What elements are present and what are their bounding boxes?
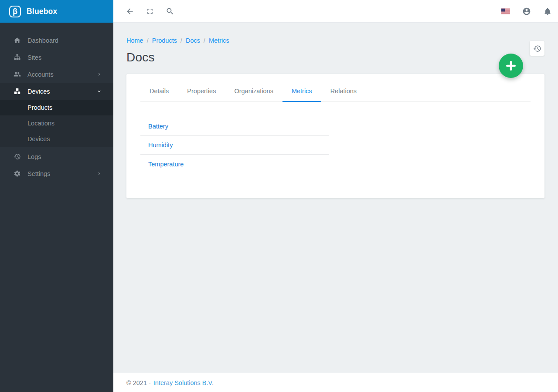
list-item: Humidity — [140, 136, 329, 155]
language-button[interactable] — [501, 7, 510, 16]
breadcrumb-separator: / — [180, 37, 182, 44]
sidebar-item-label: Devices — [27, 88, 96, 95]
sidebar-item-label: Logs — [27, 153, 102, 160]
metrics-list: Battery Humidity Temperature — [140, 117, 329, 173]
sidebar-subitem-devices[interactable]: Devices — [0, 131, 113, 147]
sidebar-item-accounts[interactable]: Accounts — [0, 66, 113, 83]
account-button[interactable] — [522, 7, 531, 16]
tab-properties[interactable]: Properties — [178, 88, 225, 102]
fullscreen-icon — [146, 7, 154, 16]
sitemap-icon — [13, 54, 21, 61]
tab-organizations[interactable]: Organizations — [225, 88, 282, 102]
history-button[interactable] — [530, 41, 544, 56]
search-button[interactable] — [166, 7, 174, 16]
plus-icon — [504, 59, 517, 72]
topbar — [113, 0, 558, 23]
sidebar-subitem-locations[interactable]: Locations — [0, 115, 113, 131]
tab-relations[interactable]: Relations — [321, 88, 366, 102]
breadcrumb-link-home[interactable]: Home — [126, 37, 143, 44]
tab-details[interactable]: Details — [140, 88, 178, 102]
sidebar-item-sites[interactable]: Sites — [0, 49, 113, 66]
list-item: Temperature — [140, 155, 329, 173]
history-icon — [13, 153, 21, 161]
breadcrumb-separator: / — [147, 37, 149, 44]
main-content: Home / Products / Docs / Metrics Docs De… — [113, 23, 558, 373]
chevron-right-icon — [96, 171, 102, 176]
sidebar-item-logs[interactable]: Logs — [0, 148, 113, 165]
tab-bar: Details Properties Organizations Metrics… — [140, 74, 531, 102]
breadcrumb-link-products[interactable]: Products — [152, 37, 177, 44]
breadcrumb: Home / Products / Docs / Metrics — [126, 37, 229, 44]
breadcrumb-link-docs[interactable]: Docs — [186, 37, 200, 44]
metric-link-humidity[interactable]: Humidity — [148, 142, 173, 149]
gear-icon — [13, 170, 21, 178]
chevron-right-icon — [96, 71, 102, 77]
sidebar-subitem-label: Locations — [27, 120, 54, 127]
list-item: Battery — [140, 117, 329, 136]
docs-card: Details Properties Organizations Metrics… — [126, 74, 544, 198]
copyright-text: © 2021 - — [126, 379, 151, 386]
sidebar-item-label: Dashboard — [27, 37, 102, 44]
sidebar-item-label: Sites — [27, 54, 102, 61]
back-arrow-icon — [126, 7, 134, 16]
sidebar-item-dashboard[interactable]: Dashboard — [0, 32, 113, 49]
back-button[interactable] — [126, 7, 134, 16]
brand-name: Bluebox — [27, 7, 57, 16]
breadcrumb-link-metrics[interactable]: Metrics — [209, 37, 229, 44]
fullscreen-button[interactable] — [146, 7, 154, 16]
sidebar-item-settings[interactable]: Settings — [0, 165, 113, 182]
footer: © 2021 - Interay Solutions B.V. — [113, 373, 558, 392]
sidebar-item-label: Settings — [27, 170, 96, 177]
sidebar-group-devices: Devices Products Locations Devices — [0, 83, 113, 147]
user-avatar-icon — [522, 7, 531, 16]
sidebar: β Bluebox Dashboard Sites — [0, 0, 113, 392]
sidebar-subitem-label: Products — [27, 104, 52, 111]
metric-link-temperature[interactable]: Temperature — [148, 161, 184, 168]
chevron-down-icon — [96, 88, 102, 94]
page-title: Docs — [126, 51, 155, 64]
metric-link-battery[interactable]: Battery — [148, 123, 168, 130]
tab-metrics[interactable]: Metrics — [282, 88, 321, 102]
sidebar-subitem-label: Devices — [27, 135, 50, 142]
topbar-right — [489, 7, 552, 16]
company-link[interactable]: Interay Solutions B.V. — [153, 379, 214, 386]
breadcrumb-separator: / — [204, 37, 205, 44]
search-icon — [166, 7, 174, 16]
home-icon — [13, 37, 21, 44]
history-icon — [533, 44, 541, 53]
bell-icon — [543, 7, 552, 16]
us-flag-icon — [501, 7, 510, 16]
sidebar-subitem-products[interactable]: Products — [0, 100, 113, 115]
sidebar-item-devices[interactable]: Devices — [0, 83, 113, 100]
cubes-icon — [13, 88, 21, 95]
sidebar-item-label: Accounts — [27, 71, 96, 78]
brand[interactable]: β Bluebox — [0, 0, 113, 23]
users-icon — [13, 71, 21, 78]
bluebox-logo-icon: β — [9, 6, 21, 17]
notifications-button[interactable] — [543, 7, 552, 16]
add-metric-fab[interactable] — [499, 54, 523, 78]
sidebar-nav: Dashboard Sites Accounts — [0, 23, 113, 182]
